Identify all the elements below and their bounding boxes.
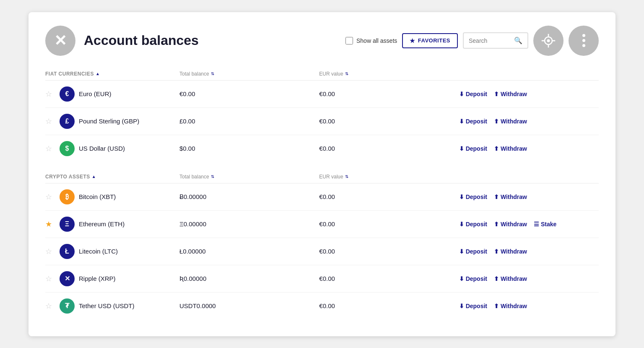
table-row: ☆ $ US Dollar (USD) $0.00 €0.00 ⬇ Deposi… [45, 135, 599, 162]
deposit-icon: ⬇ [459, 91, 464, 97]
crypto-balance-col-header[interactable]: Total balance ⇅ [179, 174, 319, 180]
withdraw-link[interactable]: ⬆ Withdraw [494, 248, 527, 255]
withdraw-link[interactable]: ⬆ Withdraw [494, 194, 527, 200]
deposit-link[interactable]: ⬇ Deposit [459, 248, 487, 255]
favorite-star[interactable]: ☆ [45, 117, 55, 126]
withdraw-icon: ⬆ [494, 118, 499, 125]
deposit-link[interactable]: ⬇ Deposit [459, 118, 487, 125]
balance-value: Ʀ0.00000 [179, 275, 319, 283]
fiat-sort-icon: ▲ [96, 71, 100, 76]
favorites-button[interactable]: ★ FAVORITES [402, 33, 458, 48]
asset-info: ☆ ₮ Tether USD (USDT) [45, 298, 179, 314]
asset-info: ☆ ₿ Bitcoin (XBT) [45, 189, 179, 204]
asset-name: Pound Sterling (GBP) [79, 118, 139, 125]
account-balances-card: ✕ Account balances Show all assets ★ FAV… [29, 12, 615, 336]
withdraw-link[interactable]: ⬆ Withdraw [494, 118, 527, 125]
crypto-eur-sort-icon: ⇅ [345, 174, 348, 179]
withdraw-link[interactable]: ⬆ Withdraw [494, 91, 527, 97]
more-options-button[interactable] [569, 26, 599, 56]
withdraw-link[interactable]: ⬆ Withdraw [494, 275, 527, 282]
deposit-icon: ⬇ [459, 194, 464, 200]
deposit-icon: ⬇ [459, 275, 464, 282]
asset-icon: ₿ [60, 189, 75, 204]
dot-2 [582, 39, 585, 42]
withdraw-link[interactable]: ⬆ Withdraw [494, 303, 527, 309]
withdraw-icon: ⬆ [494, 303, 499, 309]
deposit-link[interactable]: ⬇ Deposit [459, 221, 487, 228]
fiat-section-title[interactable]: FIAT CURRENCIES ▲ [45, 71, 179, 77]
withdraw-icon: ⬆ [494, 194, 499, 200]
asset-name: Ripple (XRP) [79, 275, 116, 282]
action-buttons: ⬇ Deposit ⬆ Withdraw [459, 248, 599, 255]
withdraw-link[interactable]: ⬆ Withdraw [494, 145, 527, 152]
favorite-star[interactable]: ☆ [45, 274, 55, 283]
action-buttons: ⬇ Deposit ⬆ Withdraw [459, 275, 599, 282]
fiat-eur-col-header[interactable]: EUR value ⇅ [319, 71, 459, 77]
crypto-eur-col-header[interactable]: EUR value ⇅ [319, 174, 459, 180]
table-row: ☆ ✕ Ripple (XRP) Ʀ0.00000 €0.00 ⬇ Deposi… [45, 265, 599, 293]
balance-value: Ł0.00000 [179, 248, 319, 255]
dot-1 [582, 34, 585, 37]
deposit-icon: ⬇ [459, 145, 464, 152]
deposit-icon: ⬇ [459, 221, 464, 228]
deposit-link[interactable]: ⬇ Deposit [459, 91, 487, 97]
crypto-section-header: CRYPTO ASSETS ▲ Total balance ⇅ EUR valu… [45, 170, 599, 183]
balance-value: £0.00 [179, 118, 319, 125]
eur-value: €0.00 [319, 302, 459, 309]
show-all-assets-checkbox[interactable] [345, 37, 353, 44]
action-buttons: ⬇ Deposit ⬆ Withdraw ☰ Stake [459, 221, 599, 228]
search-input[interactable] [469, 37, 511, 44]
crypto-section-title[interactable]: CRYPTO ASSETS ▲ [45, 174, 179, 180]
eur-value: €0.00 [319, 90, 459, 97]
table-row: ☆ ₿ Bitcoin (XBT) Ƀ0.00000 €0.00 ⬇ Depos… [45, 183, 599, 211]
stake-link[interactable]: ☰ Stake [534, 221, 556, 228]
action-buttons: ⬇ Deposit ⬆ Withdraw [459, 194, 599, 200]
eur-value: €0.00 [319, 193, 459, 200]
eur-value: €0.00 [319, 118, 459, 125]
action-buttons: ⬇ Deposit ⬆ Withdraw [459, 91, 599, 97]
asset-name: Tether USD (USDT) [79, 302, 135, 309]
asset-icon: ₮ [60, 298, 75, 314]
fiat-eur-sort-icon: ⇅ [345, 71, 348, 76]
balance-value: Ξ0.00000 [179, 220, 319, 228]
asset-icon: $ [60, 141, 75, 156]
deposit-link[interactable]: ⬇ Deposit [459, 303, 487, 309]
deposit-icon: ⬇ [459, 118, 464, 125]
fiat-section-header: FIAT CURRENCIES ▲ Total balance ⇅ EUR va… [45, 68, 599, 81]
asset-info: ☆ £ Pound Sterling (GBP) [45, 114, 179, 129]
favorite-star[interactable]: ☆ [45, 301, 55, 311]
crypto-sort-icon: ▲ [92, 174, 96, 179]
fiat-rows: ☆ € Euro (EUR) €0.00 €0.00 ⬇ Deposit ⬆ W… [45, 81, 599, 162]
balance-value: USDT0.0000 [179, 302, 319, 309]
close-button[interactable]: ✕ [45, 26, 75, 56]
deposit-icon: ⬇ [459, 303, 464, 309]
asset-icon: Ł [60, 244, 75, 259]
search-box[interactable]: 🔍 [463, 32, 528, 49]
action-buttons: ⬇ Deposit ⬆ Withdraw [459, 118, 599, 125]
header-controls: Show all assets ★ FAVORITES 🔍 [345, 26, 599, 56]
favorite-star[interactable]: ★ [45, 220, 55, 229]
deposit-link[interactable]: ⬇ Deposit [459, 275, 487, 282]
eur-value: €0.00 [319, 248, 459, 255]
asset-name: Euro (EUR) [79, 90, 112, 97]
table-row: ☆ £ Pound Sterling (GBP) £0.00 €0.00 ⬇ D… [45, 108, 599, 135]
action-buttons: ⬇ Deposit ⬆ Withdraw [459, 145, 599, 152]
favorite-star[interactable]: ☆ [45, 192, 55, 201]
withdraw-link[interactable]: ⬆ Withdraw [494, 221, 527, 228]
eur-value: €0.00 [319, 275, 459, 282]
deposit-link[interactable]: ⬇ Deposit [459, 194, 487, 200]
favorite-star[interactable]: ☆ [45, 247, 55, 256]
favorite-star[interactable]: ☆ [45, 89, 55, 99]
favorites-star-icon: ★ [410, 37, 415, 44]
asset-info: ☆ € Euro (EUR) [45, 86, 179, 102]
asset-name: US Dollar (USD) [79, 145, 125, 152]
show-all-assets-label[interactable]: Show all assets [345, 37, 397, 44]
deposit-link[interactable]: ⬇ Deposit [459, 145, 487, 152]
scan-button[interactable] [533, 26, 564, 56]
search-icon: 🔍 [514, 37, 522, 44]
fiat-balance-col-header[interactable]: Total balance ⇅ [179, 71, 319, 77]
favorite-star[interactable]: ☆ [45, 144, 55, 153]
balance-value: $0.00 [179, 145, 319, 152]
table-row: ☆ € Euro (EUR) €0.00 €0.00 ⬇ Deposit ⬆ W… [45, 81, 599, 108]
asset-name: Litecoin (LTC) [79, 248, 118, 255]
